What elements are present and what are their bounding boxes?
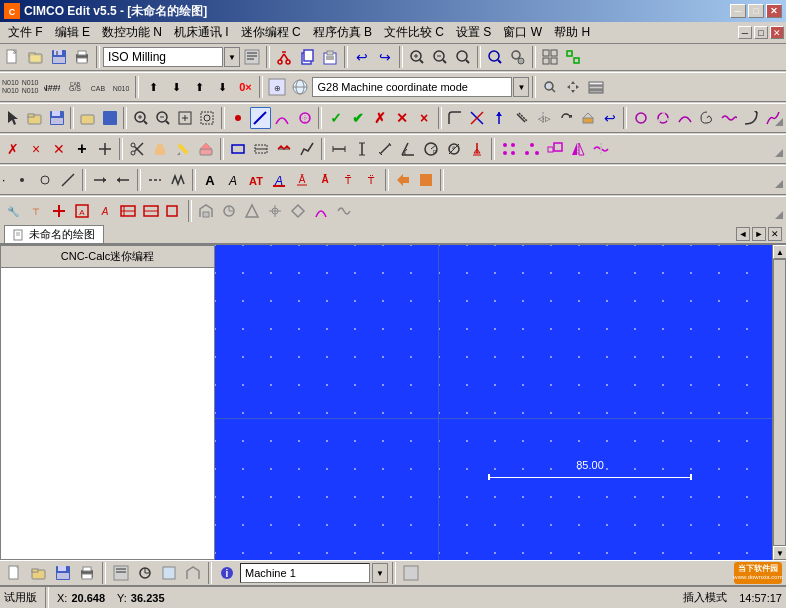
layer-button[interactable] <box>585 76 607 98</box>
print-button[interactable] <box>71 46 93 68</box>
text-tool-A[interactable]: A <box>199 169 221 191</box>
bottom-save-btn[interactable] <box>52 562 74 584</box>
open-tool-2[interactable] <box>77 107 98 129</box>
active-tab[interactable]: 未命名的绘图 <box>4 225 104 243</box>
undo-button[interactable]: ↩ <box>351 46 373 68</box>
arc-tool[interactable] <box>272 107 293 129</box>
rect-dotted-tool[interactable] <box>250 138 272 160</box>
rect-tool[interactable] <box>227 138 249 160</box>
maximize-button[interactable]: □ <box>748 4 764 18</box>
open-folder-tool[interactable] <box>24 107 45 129</box>
text-strike-tool[interactable]: T̄ <box>337 169 359 191</box>
move-tool[interactable] <box>577 107 598 129</box>
tab-nav-left[interactable]: ◄ <box>736 227 750 241</box>
circle-small-tool[interactable] <box>34 169 56 191</box>
menu-file[interactable]: 文件 F <box>2 22 49 43</box>
rotate-tool[interactable] <box>555 107 576 129</box>
save-button[interactable] <box>48 46 70 68</box>
menu-settings[interactable]: 设置 S <box>450 22 497 43</box>
zoom-window-tool[interactable] <box>197 107 218 129</box>
zoom-region-button[interactable] <box>539 76 561 98</box>
line-small-tool[interactable] <box>57 169 79 191</box>
bottom-info-btn[interactable]: i <box>216 562 238 584</box>
arrow-curve-tool[interactable] <box>741 107 762 129</box>
text-style-tool[interactable]: AT <box>245 169 267 191</box>
zoom-in-tool[interactable] <box>130 107 151 129</box>
undo-draw-tool[interactable]: ↩ <box>599 107 620 129</box>
minimize-button[interactable]: ─ <box>730 4 746 18</box>
check2-tool[interactable]: ✔ <box>347 107 368 129</box>
zoom-in-button[interactable] <box>406 46 428 68</box>
wave-path-tool[interactable] <box>273 138 295 160</box>
iso-settings-button[interactable] <box>241 46 263 68</box>
row6-expander[interactable] <box>774 209 784 223</box>
cnc-tool-g[interactable] <box>140 200 162 222</box>
cnc-tool-j[interactable] <box>218 200 240 222</box>
mirror-tool[interactable]: ◁▷ <box>533 107 554 129</box>
close-button[interactable]: ✕ <box>766 4 782 18</box>
wave-mirror-tool[interactable] <box>590 138 612 160</box>
g28-dropdown[interactable]: G28 Machine coordinate mode <box>312 77 512 97</box>
menu-mini-prog[interactable]: 迷你编程 C <box>235 22 307 43</box>
cnc-tool-b[interactable]: ⊤ <box>25 200 47 222</box>
iso-milling-dropdown[interactable]: ISO Milling <box>103 47 223 67</box>
spiral-tool[interactable] <box>697 107 718 129</box>
cnc-tool-o[interactable] <box>333 200 355 222</box>
bottom-extra-1[interactable] <box>400 562 422 584</box>
window-restore-btn[interactable]: ─ <box>738 26 752 39</box>
menu-edit[interactable]: 编辑 E <box>49 22 96 43</box>
g28-dropdown-arrow[interactable]: ▼ <box>513 77 529 97</box>
move-down-button[interactable]: ⬇ <box>165 76 187 98</box>
snap-button[interactable] <box>562 46 584 68</box>
x-tool-3[interactable]: × <box>413 107 434 129</box>
text-underline-tool[interactable]: Ā <box>314 169 336 191</box>
scissors-tool[interactable] <box>126 138 148 160</box>
polyline-tool[interactable] <box>296 138 318 160</box>
scroll-down-btn[interactable]: ▼ <box>773 546 786 560</box>
array-tool[interactable] <box>498 138 520 160</box>
leader-right-tool[interactable] <box>89 169 111 191</box>
extend-tool[interactable] <box>489 107 510 129</box>
nc-tool-1[interactable]: N### <box>41 76 63 98</box>
crosshair-tool[interactable] <box>94 138 116 160</box>
nc-remove-button[interactable]: 0× <box>234 76 256 98</box>
menu-help[interactable]: 帮助 H <box>548 22 596 43</box>
pencil-tool[interactable] <box>172 138 194 160</box>
dot-tool[interactable] <box>11 169 33 191</box>
dash-line-tool[interactable] <box>144 169 166 191</box>
scroll-thumb-v[interactable] <box>773 259 786 546</box>
circle-tool[interactable] <box>294 107 315 129</box>
select-tool[interactable] <box>2 107 23 129</box>
save-drawing-tool[interactable] <box>46 107 67 129</box>
menu-machine-comm[interactable]: 机床通讯 I <box>168 22 235 43</box>
menu-cnc[interactable]: 数控功能 N <box>96 22 168 43</box>
find-replace-button[interactable] <box>507 46 529 68</box>
scroll-up-btn[interactable]: ▲ <box>773 245 786 259</box>
bottom-open-btn[interactable] <box>28 562 50 584</box>
paste-button[interactable] <box>319 46 341 68</box>
cnc-tool-e[interactable]: A <box>94 200 116 222</box>
bottom-print-btn[interactable] <box>76 562 98 584</box>
trim-tool[interactable] <box>467 107 488 129</box>
point-tool[interactable] <box>228 107 249 129</box>
machine-dropdown-arrow[interactable]: ▼ <box>372 563 388 583</box>
check-tool[interactable]: ✓ <box>325 107 346 129</box>
x-tool-2[interactable]: ✕ <box>391 107 412 129</box>
dim-radius-tool[interactable]: R <box>420 138 442 160</box>
g28-world-icon[interactable] <box>289 76 311 98</box>
menu-sim[interactable]: 程序仿真 B <box>307 22 378 43</box>
leader-left-tool[interactable] <box>112 169 134 191</box>
text-annotation-tool[interactable] <box>466 138 488 160</box>
line-tool[interactable] <box>250 107 271 129</box>
x-tool-1[interactable]: ✗ <box>369 107 390 129</box>
nc-tool-4[interactable]: N010 <box>110 76 132 98</box>
dim-align-tool[interactable] <box>374 138 396 160</box>
scale-tool[interactable] <box>544 138 566 160</box>
text-color-tool[interactable]: A <box>268 169 290 191</box>
bottom-nc-4[interactable] <box>182 562 204 584</box>
g28-icon[interactable]: ⊕ <box>266 76 288 98</box>
save-tool-2[interactable] <box>99 107 120 129</box>
menu-window[interactable]: 窗口 W <box>497 22 548 43</box>
flip-tool[interactable] <box>567 138 589 160</box>
copy-button[interactable] <box>296 46 318 68</box>
